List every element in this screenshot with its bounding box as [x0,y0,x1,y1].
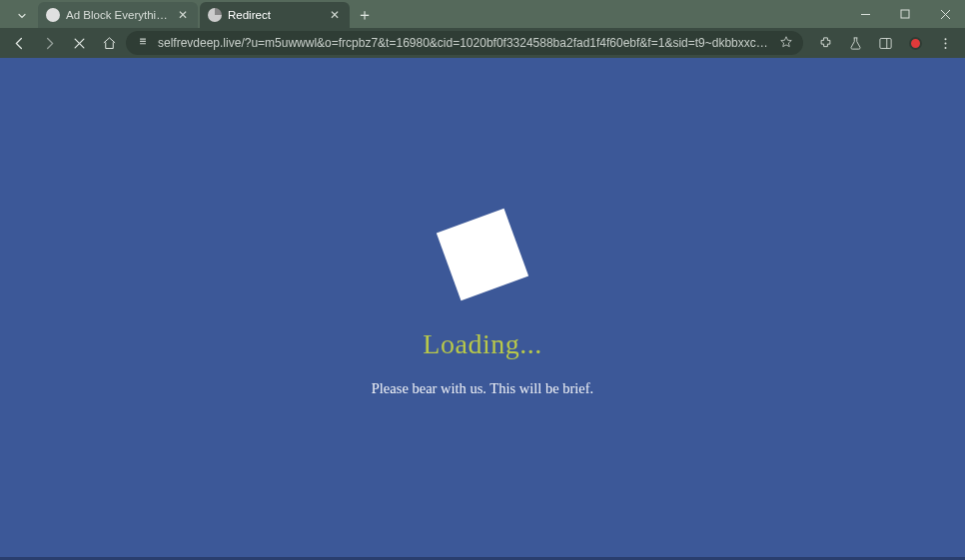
tab-1[interactable]: Redirect ✕ [200,2,350,28]
new-tab-button[interactable]: ＋ [352,2,378,28]
minimize-button[interactable] [845,0,885,28]
close-icon[interactable]: ✕ [328,8,342,22]
toolbar-right [811,30,959,56]
address-bar[interactable]: selfrevdeep.live/?u=m5uwwwl&o=frcpbz7&t=… [126,31,803,55]
tab-title: Ad Block Everything – Chrome [66,9,170,21]
favicon-icon [46,8,60,22]
forward-button[interactable] [36,30,62,56]
svg-point-4 [944,38,946,40]
loading-heading: Loading... [423,328,541,360]
bookmark-star-icon[interactable] [779,35,793,52]
url-text: selfrevdeep.live/?u=m5uwwwl&o=frcpbz7&t=… [158,36,771,50]
close-icon[interactable]: ✕ [176,8,190,22]
recording-indicator-icon[interactable] [901,30,929,56]
toolbar: selfrevdeep.live/?u=m5uwwwl&o=frcpbz7&t=… [0,28,965,58]
stop-reload-button[interactable] [66,30,92,56]
close-window-button[interactable] [925,0,965,28]
labs-icon[interactable] [841,30,869,56]
tab-strip: Ad Block Everything – Chrome ✕ Redirect … [0,0,845,28]
svg-rect-2 [879,38,890,48]
svg-point-5 [944,42,946,44]
menu-button[interactable] [931,30,959,56]
tab-title: Redirect [228,9,322,21]
svg-rect-1 [901,10,909,18]
side-panel-icon[interactable] [871,30,899,56]
window-controls [845,0,965,28]
home-button[interactable] [96,30,122,56]
back-button[interactable] [6,30,32,56]
svg-point-6 [944,46,946,48]
loading-subtext: Please bear with us. This will be brief. [372,380,593,397]
tab-search-button[interactable] [10,4,34,28]
extensions-icon[interactable] [811,30,839,56]
titlebar: Ad Block Everything – Chrome ✕ Redirect … [0,0,965,28]
site-info-icon[interactable] [136,35,150,52]
maximize-button[interactable] [885,0,925,28]
tab-0[interactable]: Ad Block Everything – Chrome ✕ [38,2,198,28]
page-content: Loading... Please bear with us. This wil… [0,58,965,557]
favicon-icon [208,8,222,22]
loading-spinner-icon [437,208,528,299]
